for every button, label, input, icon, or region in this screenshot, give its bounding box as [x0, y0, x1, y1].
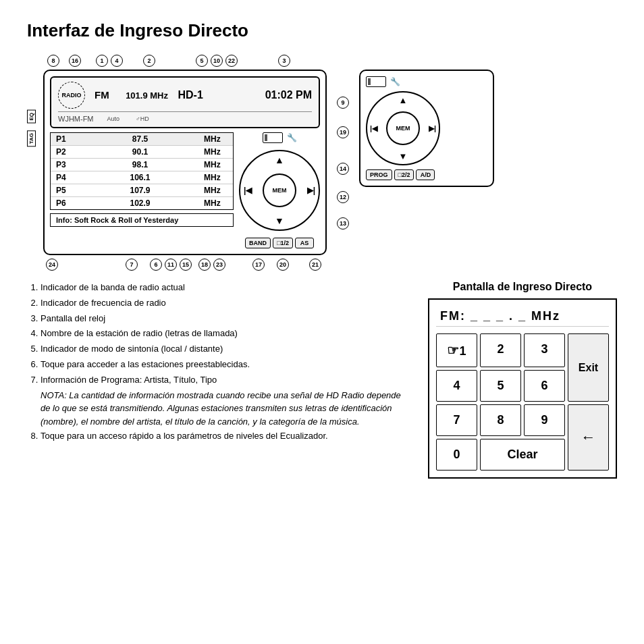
preset-row-p3[interactable]: P3 98.1 MHz — [51, 159, 233, 171]
control-wheel[interactable]: ▲ ▼ |◀ ▶| MEM — [239, 150, 320, 231]
bottom-section: Indicador de la banda de radio actual In… — [27, 281, 617, 479]
note-4: Nombre de la estación de radio (letras d… — [41, 327, 408, 341]
preset-unit-1: MHz — [204, 134, 227, 144]
key-9[interactable]: 9 — [524, 404, 565, 436]
preset-freq-5: 107.9 — [76, 186, 204, 195]
wheel-down-arrow: ▼ — [275, 215, 284, 226]
preset-freq-6: 102.9 — [76, 198, 204, 208]
key-8[interactable]: 8 — [480, 404, 521, 436]
note-7-italic: NOTA: La cantidad de información mostrad… — [41, 389, 408, 429]
display-time: 01:02 PM — [265, 89, 312, 101]
tag-label[interactable]: TAG — [27, 130, 36, 146]
keypad-display: FM: _ _ _ . _ MHz — [436, 306, 609, 327]
key-4[interactable]: 4 — [436, 370, 477, 402]
second-control-wheel[interactable]: ▲ ▼ |◀ ▶| MEM — [366, 91, 440, 165]
band-button[interactable]: BAND — [245, 238, 271, 248]
callout-16: 16 — [69, 55, 81, 67]
preset-row-p5[interactable]: P5 107.9 MHz — [51, 184, 233, 197]
callout-19: 19 — [337, 126, 349, 138]
preset-unit-6: MHz — [204, 198, 227, 208]
bottom-callouts-row: 24 7 6 11 15 18 23 17 20 21 — [27, 259, 617, 271]
second-wheel-next: ▶| — [429, 124, 436, 133]
callout-6: 6 — [150, 259, 162, 271]
display-auto: Auto — [107, 115, 120, 122]
callout-17: 17 — [252, 259, 265, 271]
preset-label-5: P5 — [56, 186, 76, 195]
second-page-button[interactable]: □2/2 — [394, 169, 414, 180]
key-0[interactable]: 0 — [436, 439, 477, 471]
second-wheel-prev: |◀ — [370, 124, 377, 133]
keypad-container: FM: _ _ _ . _ MHz ☞1 2 3 Exit 4 5 6 7 8 … — [428, 298, 617, 479]
backspace-button[interactable]: ← — [568, 404, 609, 471]
bottom-buttons: BAND □1/2 AS — [245, 238, 314, 248]
ad-button[interactable]: A/D — [416, 169, 435, 180]
second-wrench-icon: 🔧 — [390, 77, 400, 86]
preset-unit-5: MHz — [204, 186, 227, 195]
callout-3: 3 — [278, 55, 290, 67]
key-3[interactable]: 3 — [524, 333, 565, 367]
page-title: Interfaz de Ingreso Directo — [27, 20, 617, 41]
callout-2: 2 — [143, 55, 155, 67]
second-mem-button[interactable]: MEM — [386, 111, 420, 145]
preset-row-p2[interactable]: P2 90.1 MHz — [51, 146, 233, 159]
callout-5: 5 — [196, 55, 208, 67]
key-2[interactable]: 2 — [480, 333, 521, 367]
display-hd-sub: ♂HD — [136, 115, 149, 122]
mem-button[interactable]: MEM — [263, 173, 296, 207]
preset-freq-1: 87.5 — [76, 134, 204, 144]
wheel-up-arrow: ▲ — [275, 155, 284, 165]
preset-freq-3: 98.1 — [76, 160, 204, 169]
preset-unit-2: MHz — [204, 147, 227, 157]
keypad-grid: ☞1 2 3 Exit 4 5 6 7 8 9 ← 0 Clear — [436, 333, 609, 471]
preset-row-p1[interactable]: P1 87.5 MHz — [51, 133, 233, 146]
preset-unit-3: MHz — [204, 160, 227, 169]
callout-9: 9 — [337, 97, 349, 109]
second-wheel-down: ▼ — [399, 151, 408, 161]
key-6[interactable]: 6 — [524, 370, 565, 402]
speaker-row: 🔧 — [263, 132, 297, 143]
callout-8: 8 — [47, 55, 59, 67]
preset-row-p4[interactable]: P4 106.1 MHz — [51, 171, 233, 184]
display-frequency: 101.9 MHz — [126, 90, 168, 101]
display-band: FM — [95, 89, 109, 101]
main-content-area: P1 87.5 MHz P2 90.1 MHz P3 9 — [50, 132, 320, 248]
preset-freq-2: 90.1 — [76, 147, 204, 157]
preset-row-p6[interactable]: P6 102.9 MHz — [51, 197, 233, 209]
callout-14: 14 — [337, 163, 349, 175]
wheel-prev-icon: |◀ — [244, 186, 252, 195]
as-button[interactable]: AS — [295, 238, 314, 248]
callout-21: 21 — [309, 259, 321, 271]
keypad-title: Pantalla de Ingreso Directo — [428, 281, 617, 293]
exit-button[interactable]: Exit — [568, 333, 609, 402]
display-hd: HD-1 — [178, 89, 203, 101]
note-2: Indicador de frecuencia de radio — [41, 296, 408, 311]
second-speaker-icon — [366, 76, 386, 87]
preset-list: P1 87.5 MHz P2 90.1 MHz P3 9 — [50, 132, 234, 210]
callout-23: 23 — [213, 259, 225, 271]
note-7: Información de Programa: Artista, Título… — [41, 373, 408, 428]
callout-24: 24 — [46, 259, 58, 271]
callout-18: 18 — [198, 259, 211, 271]
preset-label-1: P1 — [56, 134, 76, 144]
callout-10: 10 — [211, 55, 223, 67]
callout-4: 4 — [111, 55, 123, 67]
callout-7: 7 — [126, 259, 138, 271]
clear-button[interactable]: Clear — [480, 439, 565, 471]
display-station: WJHM-FM — [58, 115, 94, 123]
key-7[interactable]: 7 — [436, 404, 477, 436]
prog-button[interactable]: PROG — [366, 169, 392, 180]
notes-ordered-list: Indicador de la banda de radio actual In… — [27, 281, 408, 444]
preset-area: P1 87.5 MHz P2 90.1 MHz P3 9 — [50, 132, 234, 227]
second-speaker-row: 🔧 — [366, 76, 487, 87]
callout-22: 22 — [225, 55, 238, 67]
eq-label[interactable]: EQ — [27, 110, 36, 124]
preset-freq-4: 106.1 — [76, 173, 204, 182]
key-5[interactable]: 5 — [480, 370, 521, 402]
main-radio-unit: RADIO FM 101.9 MHz HD-1 01:02 PM WJHM-FM… — [43, 70, 327, 255]
callout-11: 11 — [165, 259, 177, 271]
page-button[interactable]: □1/2 — [273, 238, 293, 248]
key-1[interactable]: ☞1 — [436, 333, 477, 367]
speaker-left-icon — [263, 132, 283, 143]
radio-badge: RADIO — [58, 82, 85, 109]
preset-label-6: P6 — [56, 198, 76, 208]
